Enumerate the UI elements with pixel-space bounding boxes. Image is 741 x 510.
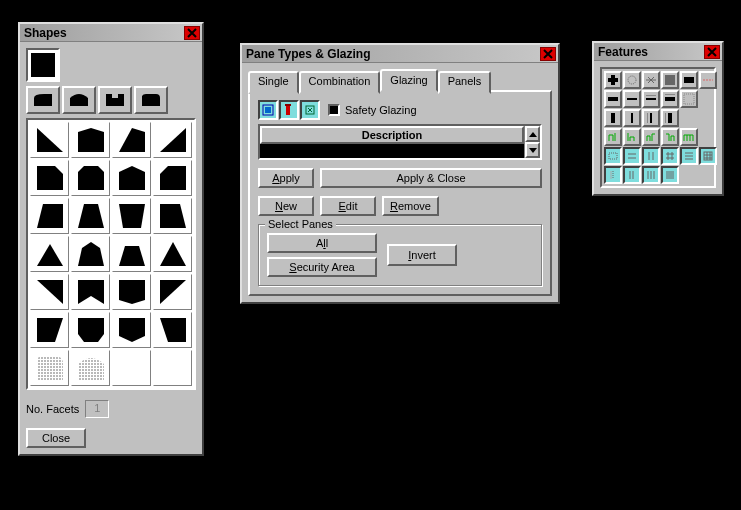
feature-icon[interactable] — [699, 147, 717, 165]
shape-item[interactable] — [153, 312, 192, 348]
svg-marker-6 — [119, 166, 145, 190]
feature-icon[interactable] — [604, 90, 622, 108]
shape-item[interactable] — [112, 236, 151, 272]
feature-icon[interactable] — [642, 147, 660, 165]
feature-icon[interactable] — [623, 128, 641, 146]
shape-item[interactable] — [30, 198, 69, 234]
security-area-button[interactable]: Security Area — [267, 257, 377, 277]
shape-item[interactable] — [71, 350, 110, 386]
tab-glazing[interactable]: Glazing — [380, 69, 437, 92]
shape-item[interactable] — [30, 274, 69, 310]
shape-item[interactable] — [112, 312, 151, 348]
svg-marker-21 — [78, 318, 104, 342]
shape-item[interactable] — [153, 198, 192, 234]
shape-item[interactable] — [30, 160, 69, 196]
shape-item[interactable] — [112, 122, 151, 158]
features-window: Features — [592, 41, 724, 196]
svg-marker-5 — [78, 166, 104, 190]
shape-item[interactable] — [71, 274, 110, 310]
shapes-titlebar[interactable]: Shapes — [20, 24, 202, 42]
feature-icon[interactable] — [661, 128, 679, 146]
shape-item[interactable] — [30, 236, 69, 272]
feature-icon[interactable] — [661, 90, 679, 108]
tab-single[interactable]: Single — [248, 71, 299, 94]
feature-icon[interactable] — [642, 90, 660, 108]
feature-icon[interactable] — [661, 109, 679, 127]
facets-input[interactable]: 1 — [85, 400, 109, 418]
shape-item[interactable] — [30, 122, 69, 158]
feature-icon[interactable] — [604, 147, 622, 165]
shape-item[interactable] — [112, 160, 151, 196]
shape-item[interactable] — [153, 236, 192, 272]
feature-icon[interactable] — [642, 71, 660, 89]
feature-icon[interactable] — [623, 109, 641, 127]
new-button[interactable]: New — [258, 196, 314, 216]
shape-item[interactable] — [153, 274, 192, 310]
select-panes-group: Select Panes All Security Area Invert — [258, 224, 542, 286]
feature-icon[interactable] — [699, 71, 717, 89]
close-icon[interactable] — [540, 47, 556, 61]
feature-icon[interactable] — [642, 166, 660, 184]
feature-icon[interactable] — [661, 71, 679, 89]
feature-icon[interactable] — [623, 71, 641, 89]
all-button[interactable]: All — [267, 233, 377, 253]
feature-icon[interactable] — [680, 147, 698, 165]
scrollbar[interactable] — [524, 126, 540, 158]
feature-icon[interactable] — [680, 128, 698, 146]
shape-item[interactable] — [30, 312, 69, 348]
features-titlebar[interactable]: Features — [594, 43, 722, 61]
close-icon[interactable] — [184, 26, 200, 40]
list-header-description[interactable]: Description — [260, 126, 524, 144]
glazing-tool-1-icon[interactable] — [258, 100, 278, 120]
list-body[interactable] — [260, 144, 524, 158]
shape-item[interactable] — [30, 350, 69, 386]
shape-item[interactable] — [112, 198, 151, 234]
shape-item[interactable] — [71, 160, 110, 196]
shape-item[interactable] — [112, 350, 151, 386]
invert-button[interactable]: Invert — [387, 244, 457, 266]
glazing-tool-3-icon[interactable] — [300, 100, 320, 120]
shape-item[interactable] — [112, 274, 151, 310]
feature-icon[interactable] — [642, 109, 660, 127]
apply-button[interactable]: Apply — [258, 168, 314, 188]
feature-icon[interactable] — [623, 166, 641, 184]
feature-icon[interactable] — [623, 147, 641, 165]
edit-button[interactable]: Edit — [320, 196, 376, 216]
feature-icon[interactable] — [661, 166, 679, 184]
shapes-title: Shapes — [24, 26, 67, 40]
feature-icon[interactable] — [661, 147, 679, 165]
feature-icon[interactable] — [604, 71, 622, 89]
feature-icon[interactable] — [604, 128, 622, 146]
shape-item[interactable] — [71, 198, 110, 234]
shape-item[interactable] — [71, 236, 110, 272]
glazing-tool-2-icon[interactable] — [279, 100, 299, 120]
safety-glazing-checkbox[interactable] — [328, 104, 340, 116]
feature-icon[interactable] — [604, 166, 622, 184]
feature-icon[interactable] — [604, 109, 622, 127]
shape-item[interactable] — [153, 160, 192, 196]
shape-item[interactable] — [153, 122, 192, 158]
close-button[interactable]: Close — [26, 428, 86, 448]
tab-panels[interactable]: Panels — [438, 71, 492, 94]
shape-item[interactable] — [71, 312, 110, 348]
feature-icon[interactable] — [623, 90, 641, 108]
shape-item[interactable] — [153, 350, 192, 386]
scroll-down-icon[interactable] — [525, 142, 540, 158]
shape-category-3[interactable] — [98, 86, 132, 114]
feature-icon[interactable] — [680, 90, 698, 108]
scroll-up-icon[interactable] — [525, 126, 540, 142]
shape-category-1[interactable] — [26, 86, 60, 114]
feature-icon[interactable] — [642, 128, 660, 146]
shape-category-2[interactable] — [62, 86, 96, 114]
close-icon[interactable] — [704, 45, 720, 59]
shape-item[interactable] — [71, 122, 110, 158]
svg-marker-7 — [160, 166, 186, 190]
svg-marker-13 — [78, 242, 104, 266]
svg-rect-28 — [286, 105, 290, 115]
panes-titlebar[interactable]: Pane Types & Glazing — [242, 45, 558, 63]
apply-close-button[interactable]: Apply & Close — [320, 168, 542, 188]
shape-category-4[interactable] — [134, 86, 168, 114]
feature-icon[interactable] — [680, 71, 698, 89]
remove-button[interactable]: Remove — [382, 196, 439, 216]
tab-combination[interactable]: Combination — [299, 71, 381, 94]
